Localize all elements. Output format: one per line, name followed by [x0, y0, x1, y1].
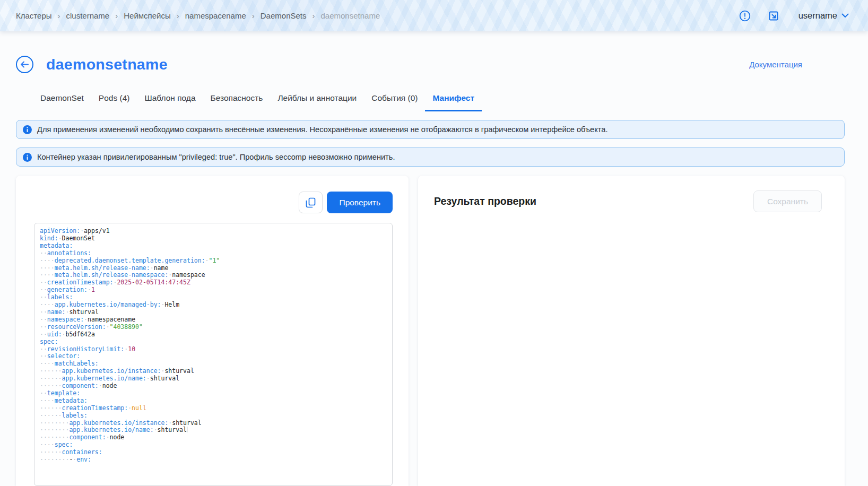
- tab-item[interactable]: События (0): [364, 90, 425, 111]
- tab-item[interactable]: Pods (4): [91, 90, 137, 111]
- breadcrumb: Кластеры›clustername›Неймспейсы›namespac…: [16, 11, 380, 20]
- yaml-line: ··annotations:: [40, 250, 387, 257]
- username-label: username: [798, 11, 837, 21]
- yaml-line: ······creationTimestamp:·null: [40, 405, 387, 412]
- breadcrumb-item: daemonsetname: [321, 11, 380, 20]
- breadcrumb-separator: ›: [177, 11, 179, 20]
- documentation-link[interactable]: Документация: [749, 60, 802, 69]
- verification-result-panel: Результат проверки Сохранить: [418, 176, 845, 486]
- yaml-line: ····metadata:: [40, 397, 387, 405]
- breadcrumb-separator: ›: [313, 11, 315, 20]
- breadcrumb-item[interactable]: namespacename: [185, 11, 246, 20]
- breadcrumb-item[interactable]: Неймспейсы: [124, 11, 171, 20]
- result-title: Результат проверки: [434, 195, 536, 207]
- editor-toolbar: Проверить: [34, 192, 393, 213]
- yaml-line: ······app.kubernetes.io/instance:·shturv…: [40, 368, 387, 375]
- info-banner-unsaved: Для применения изменений необходимо сохр…: [16, 120, 845, 139]
- copy-icon: [306, 197, 316, 208]
- tab-bar: DaemonSetPods (4)Шаблон подаБезопасность…: [16, 90, 845, 111]
- tab-item[interactable]: DaemonSet: [33, 90, 91, 111]
- yaml-line: ······app.kubernetes.io/name:·shturval: [40, 375, 387, 383]
- banner-text: Для применения изменений необходимо сохр…: [37, 125, 607, 134]
- breadcrumb-item[interactable]: clustername: [66, 11, 110, 20]
- breadcrumb-item[interactable]: Кластеры: [16, 11, 52, 20]
- back-button[interactable]: [16, 56, 33, 73]
- yaml-line: ······labels:: [40, 412, 387, 420]
- topbar-actions: username: [738, 9, 849, 23]
- info-banner-privileged: Контейнер указан привилегированным "priv…: [16, 147, 845, 167]
- breadcrumb-item[interactable]: DaemonSets: [261, 11, 307, 20]
- user-menu[interactable]: username: [798, 11, 849, 21]
- yaml-line: ········app.kubernetes.io/name:·shturval: [40, 427, 387, 434]
- yaml-line: metadata:: [40, 242, 387, 250]
- yaml-line: ········component:·node: [40, 434, 387, 441]
- tab-active[interactable]: Манифест: [425, 90, 482, 111]
- arrow-left-icon: [20, 61, 29, 68]
- breadcrumb-separator: ›: [58, 11, 60, 20]
- page-content: daemonsetname Документация DaemonSetPods…: [0, 31, 868, 486]
- yaml-line: ····matchLabels:: [40, 360, 387, 368]
- top-bar: Кластеры›clustername›Неймспейсы›namespac…: [0, 0, 868, 31]
- yaml-line: ········app.kubernetes.io/instance:·shtu…: [40, 420, 387, 427]
- info-icon: [23, 153, 32, 162]
- yaml-line: ····meta.helm.sh/release-namespace:·name…: [40, 272, 387, 279]
- yaml-line: kind:·DaemonSet: [40, 235, 387, 242]
- verify-button[interactable]: Проверить: [327, 192, 393, 213]
- tab-item[interactable]: Шаблон пода: [137, 90, 203, 111]
- yaml-line: ··resourceVersion:·"4038890": [40, 324, 387, 331]
- title-row: daemonsetname Документация: [16, 56, 845, 73]
- text-cursor: [187, 427, 187, 432]
- yaml-line: ····app.kubernetes.io/managed-by:·Helm: [40, 301, 387, 309]
- yaml-line: ··namespace:·namespacename: [40, 316, 387, 324]
- alert-icon[interactable]: [738, 9, 752, 23]
- yaml-line: ··uid:·b5df642a: [40, 331, 387, 339]
- result-header: Результат проверки Сохранить: [434, 190, 822, 212]
- yaml-line: ··creationTimestamp:·2025-02-05T14:47:45…: [40, 279, 387, 287]
- yaml-line: ··selector:: [40, 353, 387, 360]
- chevron-down-icon: [841, 13, 849, 18]
- yaml-line: spec:: [40, 339, 387, 346]
- yaml-line: ··revisionHistoryLimit:·10: [40, 346, 387, 353]
- breadcrumb-separator: ›: [115, 11, 118, 20]
- yaml-line: ······containers:: [40, 449, 387, 456]
- info-icon: [23, 125, 32, 134]
- yaml-line: ··name:·shturval: [40, 309, 387, 316]
- yaml-line: ··labels:: [40, 294, 387, 301]
- yaml-line: ····spec:: [40, 441, 387, 449]
- yaml-line: ········-·env:: [40, 456, 387, 464]
- save-button[interactable]: Сохранить: [753, 190, 822, 212]
- copy-button[interactable]: [299, 192, 323, 213]
- banner-text: Контейнер указан привилегированным "priv…: [37, 153, 395, 161]
- yaml-line: ··generation:·1: [40, 287, 387, 294]
- manifest-editor-panel: Проверить apiVersion:·apps/v1kind:·Daemo…: [16, 176, 409, 486]
- yaml-line: ····deprecated.daemonset.template.genera…: [40, 257, 387, 265]
- expand-window-icon[interactable]: [767, 9, 780, 23]
- yaml-line: ····meta.helm.sh/release-name:·name: [40, 265, 387, 272]
- panels: Проверить apiVersion:·apps/v1kind:·Daemo…: [16, 176, 845, 486]
- tab-item[interactable]: Безопасность: [203, 90, 271, 111]
- yaml-line: ······component:·node: [40, 383, 387, 390]
- yaml-editor[interactable]: apiVersion:·apps/v1kind:·DaemonSetmetada…: [34, 223, 393, 486]
- page-title: daemonsetname: [46, 56, 168, 73]
- yaml-line: ··template:: [40, 390, 387, 397]
- yaml-line: apiVersion:·apps/v1: [40, 228, 387, 235]
- tab-item[interactable]: Лейблы и аннотации: [270, 90, 364, 111]
- breadcrumb-separator: ›: [252, 11, 255, 20]
